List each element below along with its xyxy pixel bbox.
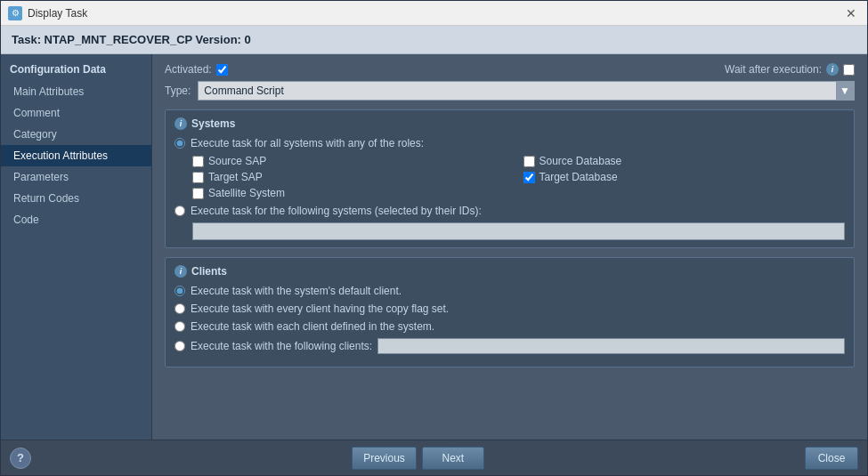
type-row: Type: Command Script ▼ — [165, 81, 855, 101]
window-title: Display Task — [28, 7, 842, 20]
type-select[interactable]: Command Script ▼ — [198, 81, 855, 101]
content-area: Activated: Wait after execution: i Type:… — [152, 54, 867, 440]
systems-id-input[interactable] — [192, 222, 845, 240]
target-database-checkbox[interactable] — [523, 172, 535, 183]
sidebar-item-parameters[interactable]: Parameters — [1, 166, 151, 188]
source-sap-label: Source SAP — [208, 155, 266, 167]
window-icon: ⚙ — [8, 6, 22, 20]
sidebar-item-main-attributes[interactable]: Main Attributes — [1, 81, 151, 102]
clients-info-icon: i — [174, 265, 187, 278]
wait-info-icon: i — [826, 63, 839, 76]
systems-radio1[interactable] — [174, 138, 185, 149]
clients-radio2-label: Execute task with every client having th… — [191, 303, 449, 315]
clients-input[interactable] — [377, 338, 845, 354]
sidebar-item-execution-attributes[interactable]: Execution Attributes — [1, 145, 151, 166]
systems-section: i Systems Execute task for all systems w… — [165, 109, 855, 248]
systems-radio2-label: Execute task for the following systems (… — [191, 205, 482, 217]
sidebar-item-category[interactable]: Category — [1, 124, 151, 145]
wait-label: Wait after execution: — [725, 63, 822, 76]
satellite-system-checkbox[interactable] — [192, 188, 204, 199]
source-database-item: Source Database — [523, 155, 846, 167]
target-sap-item: Target SAP — [192, 171, 515, 183]
clients-radio4-row: Execute task with the following clients: — [174, 338, 845, 354]
clients-radio4[interactable] — [174, 341, 185, 351]
type-select-value: Command Script — [199, 82, 836, 100]
target-sap-checkbox[interactable] — [192, 172, 204, 183]
systems-section-title: i Systems — [174, 117, 845, 130]
systems-radio2-row: Execute task for the following systems (… — [174, 205, 845, 217]
close-button[interactable]: Close — [805, 447, 858, 470]
source-sap-item: Source SAP — [192, 155, 515, 167]
title-bar: ⚙ Display Task ✕ — [1, 1, 867, 26]
clients-radio1[interactable] — [174, 286, 185, 296]
systems-radio1-row: Execute task for all systems with any of… — [174, 137, 845, 149]
satellite-system-item: Satellite System — [192, 187, 515, 199]
clients-radio2-row: Execute task with every client having th… — [174, 303, 845, 315]
task-header: Task: NTAP_MNT_RECOVER_CP Version: 0 — [1, 26, 867, 54]
systems-radio1-label: Execute task for all systems with any of… — [191, 137, 424, 149]
clients-radio1-label: Execute task with the system's default c… — [191, 285, 402, 297]
source-database-label: Source Database — [539, 155, 622, 167]
wait-checkbox[interactable] — [843, 64, 855, 76]
activated-row: Activated: Wait after execution: i — [165, 63, 855, 76]
clients-radio3[interactable] — [174, 321, 185, 332]
source-sap-checkbox[interactable] — [192, 156, 204, 167]
footer: ? Previous Next Close — [1, 440, 867, 475]
target-database-item: Target Database — [523, 171, 846, 183]
sidebar-section-header: Configuration Data — [1, 58, 151, 81]
systems-info-icon: i — [174, 117, 187, 130]
main-content: Configuration Data Main Attributes Comme… — [1, 54, 867, 440]
target-sap-label: Target SAP — [208, 171, 263, 183]
clients-section-title: i Clients — [174, 265, 845, 278]
sidebar: Configuration Data Main Attributes Comme… — [1, 54, 152, 440]
systems-checkboxes: Source SAP Source Database Target SAP Ta… — [192, 155, 845, 199]
satellite-system-label: Satellite System — [208, 187, 285, 199]
activated-checkbox[interactable] — [216, 64, 228, 76]
clients-radio2[interactable] — [174, 303, 185, 314]
clients-radio4-label: Execute task with the following clients: — [191, 340, 372, 352]
window-close-button[interactable]: ✕ — [842, 4, 860, 22]
systems-radio2[interactable] — [174, 206, 185, 216]
activated-label: Activated: — [165, 63, 212, 76]
next-button[interactable]: Next — [422, 447, 484, 470]
sidebar-item-return-codes[interactable]: Return Codes — [1, 188, 151, 209]
clients-radio1-row: Execute task with the system's default c… — [174, 285, 845, 297]
activated-left: Activated: — [165, 63, 228, 76]
source-database-checkbox[interactable] — [523, 156, 535, 167]
sidebar-item-code[interactable]: Code — [1, 209, 151, 230]
sidebar-item-comment[interactable]: Comment — [1, 102, 151, 124]
wait-right: Wait after execution: i — [725, 63, 855, 76]
type-select-arrow[interactable]: ▼ — [836, 82, 854, 100]
previous-button[interactable]: Previous — [352, 447, 417, 470]
clients-section: i Clients Execute task with the system's… — [165, 257, 855, 367]
target-database-label: Target Database — [539, 171, 618, 183]
clients-radio3-row: Execute task with each client defined in… — [174, 320, 845, 333]
clients-radio3-label: Execute task with each client defined in… — [191, 320, 434, 333]
help-button[interactable]: ? — [10, 448, 31, 469]
type-label: Type: — [165, 85, 191, 97]
main-window: ⚙ Display Task ✕ Task: NTAP_MNT_RECOVER_… — [0, 0, 868, 476]
